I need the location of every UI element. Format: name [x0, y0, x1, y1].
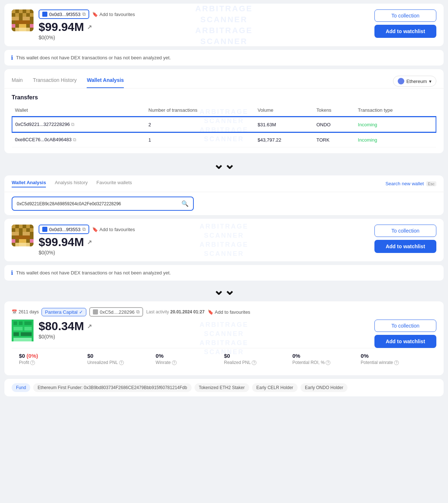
to-collection-button-3[interactable]: To collection: [374, 320, 436, 332]
info-icon: ℹ: [11, 54, 13, 61]
wa-tab-analysis-history[interactable]: Analysis history: [55, 180, 87, 187]
address-badge-2[interactable]: 0x0d3...9f3553 ⧉: [39, 225, 89, 234]
search-new-wallet-label: Search new wallet: [385, 181, 424, 186]
search-icon[interactable]: 🔍: [181, 200, 189, 207]
tab-tx-history[interactable]: Transaction History: [33, 74, 76, 88]
svg-rect-21: [15, 228, 19, 232]
stat-realized-pnl: $0 Realized PNL ?: [224, 353, 292, 365]
svg-rect-18: [12, 225, 15, 228]
transfers-title: Transfers: [4, 88, 444, 104]
wallet-header-2: 0x0d3...9f3553 ⧉ 🔖 Add to favourites $99…: [12, 225, 436, 256]
wallet-header: 0x0d3...9f3553 ⧉ 🔖 Add to favourites $99…: [12, 9, 436, 40]
row-tx-type-1: Incoming: [355, 117, 436, 132]
chevron-down-separator-1: ⌄⌄: [0, 157, 448, 172]
realized-pnl-label: Realized PNL ?: [224, 360, 292, 365]
chevron-down-separator-2: ⌄⌄: [0, 283, 448, 298]
copy-icon-2[interactable]: ⧉: [82, 226, 86, 232]
table-row[interactable]: 0xe8CCE76...0cAB496483 ⧉ 1 $43,797.22 TO…: [12, 132, 436, 147]
share-icon-2[interactable]: ↗: [87, 239, 92, 246]
svg-rect-12: [15, 28, 19, 31]
stat-potential-roi: 0% Potential ROI, % ?: [292, 353, 361, 365]
wallet-value-3: $80.34M ↗: [39, 320, 92, 333]
svg-rect-40: [13, 332, 19, 336]
svg-rect-4: [15, 13, 19, 17]
copy-icon-row2[interactable]: ⧉: [73, 137, 76, 142]
avatar: [12, 9, 34, 31]
tab-wallet-analysis[interactable]: Wallet Analysis: [87, 74, 124, 88]
table-row[interactable]: 0xC5d9221...3272228296 ⧉ 2 $31.63M ONDO …: [12, 117, 436, 132]
info-banner-1: ℹ This wallet does not have DEX transact…: [4, 50, 444, 66]
svg-rect-42: [13, 338, 32, 341]
help-icon-upnl[interactable]: ?: [119, 360, 124, 365]
stat-potential-winrate: 0% Potential winrate ?: [361, 353, 429, 365]
wa-tab-wallet-analysis[interactable]: Wallet Analysis: [12, 180, 46, 187]
help-icon-profit[interactable]: ?: [30, 360, 35, 365]
value-text-3: $80.34M: [39, 320, 84, 333]
network-label: Ethereum: [406, 79, 427, 84]
address-badge-3[interactable]: 0xC5d....228296 ⧉: [89, 307, 143, 317]
search-input[interactable]: [17, 201, 178, 206]
profit-label: Profit ?: [19, 360, 87, 365]
third-wallet-meta: 📅 2611 days Pantera Capital ✓ 0xC5d....2…: [12, 307, 436, 317]
tag-ondo-holder: Early ONDO Holder: [300, 383, 347, 392]
wa-tab-favourite-wallets[interactable]: Favourite wallets: [97, 180, 132, 187]
help-icon-winrate[interactable]: ?: [172, 360, 177, 365]
copy-icon[interactable]: ⧉: [82, 11, 86, 17]
wallet-value-2: $99.94M ↗: [39, 235, 135, 249]
help-icon-roi[interactable]: ?: [326, 360, 330, 365]
wallet-pnl: $0(0%): [39, 35, 135, 40]
footer-tags: Fund Ethereum First Funder: 0x3B9bd80373…: [4, 379, 444, 396]
svg-rect-3: [26, 9, 30, 13]
svg-rect-27: [19, 239, 23, 243]
network-selector[interactable]: Ethereum ▾: [393, 76, 436, 87]
copy-icon-3[interactable]: ⧉: [136, 309, 139, 315]
add-favourites-button-2[interactable]: 🔖 Add to favourites: [92, 227, 135, 232]
svg-rect-8: [23, 17, 30, 20]
add-watchlist-button-3[interactable]: Add to watchlist: [374, 335, 436, 348]
svg-rect-14: [19, 28, 26, 31]
transfers-table: Wallet Number of transactions Volume Tok…: [12, 104, 436, 147]
svg-rect-37: [24, 321, 32, 325]
svg-rect-24: [12, 232, 19, 235]
help-icon-rpnl[interactable]: ?: [252, 360, 256, 365]
tab-main[interactable]: Main: [12, 74, 23, 88]
wallet-actions-3: To collection Add to watchlist: [374, 320, 436, 348]
last-activity: Last activity 20.01.2024 01:27: [146, 309, 204, 314]
wallet-actions: To collection Add to watchlist: [374, 9, 436, 38]
row-volume-1: $31.63M: [255, 117, 314, 132]
to-collection-button-1[interactable]: To collection: [374, 9, 436, 22]
add-watchlist-button-1[interactable]: Add to watchlist: [374, 25, 436, 38]
stat-profit: $0 (0%) Profit ?: [19, 353, 87, 365]
share-icon-3[interactable]: ↗: [87, 323, 92, 330]
svg-rect-13: [26, 28, 30, 31]
row-volume-2: $43,797.22: [255, 132, 314, 147]
wa-tabs-left: Wallet Analysis Analysis history Favouri…: [12, 180, 132, 187]
add-favourites-button-3[interactable]: 🔖 Add to favourites: [208, 309, 251, 315]
to-collection-button-2[interactable]: To collection: [374, 225, 436, 237]
wallet-icon-2: [42, 227, 47, 232]
row-wallet-2: 0xe8CCE76...0cAB496483 ⧉: [12, 132, 146, 147]
svg-rect-20: [26, 225, 30, 228]
stat-unrealized-pnl: $0 Unrealized PNL ?: [87, 353, 156, 365]
svg-rect-33: [30, 239, 34, 243]
svg-rect-2: [19, 9, 23, 13]
add-favourites-button[interactable]: 🔖 Add to favourites: [92, 12, 135, 17]
add-fav-label: Add to favourites: [99, 12, 135, 17]
help-icon-pwinrate[interactable]: ?: [394, 360, 399, 365]
add-watchlist-button-2[interactable]: Add to watchlist: [374, 240, 436, 253]
search-new-wallet-button[interactable]: Search new wallet Esc: [385, 181, 436, 186]
svg-rect-25: [23, 232, 30, 235]
verified-icon: ✓: [79, 309, 83, 315]
wa-tabs-header: Wallet Analysis Analysis history Favouri…: [4, 175, 444, 192]
search-input-wrap[interactable]: 🔍: [12, 197, 194, 211]
info-message-1: This wallet does not have DEX transactio…: [16, 55, 171, 60]
address-badge[interactable]: 0x0d3...9f3553 ⧉: [39, 9, 89, 19]
transfers-table-container: ARBITRAGESCANNERARBITRAGESCANNER Wallet …: [4, 104, 444, 153]
svg-rect-38: [13, 327, 23, 330]
unrealized-pnl-label: Unrealized PNL ?: [87, 360, 156, 365]
copy-icon-row1[interactable]: ⧉: [71, 122, 74, 127]
svg-rect-41: [21, 332, 32, 336]
wallet-left: 0x0d3...9f3553 ⧉ 🔖 Add to favourites $99…: [12, 9, 135, 40]
share-icon[interactable]: ↗: [87, 24, 92, 31]
add-fav-label-3: Add to favourites: [215, 309, 251, 315]
